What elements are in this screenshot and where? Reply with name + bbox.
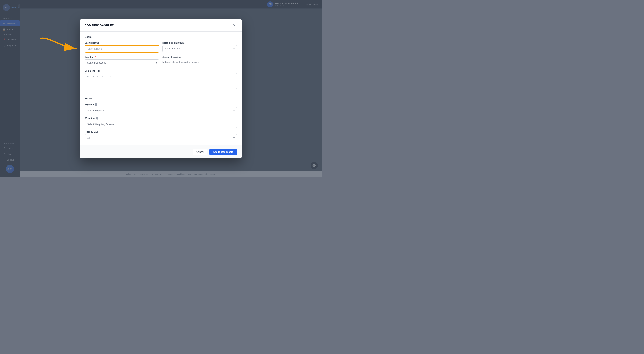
segment-info-icon[interactable]: i bbox=[94, 103, 97, 106]
modal-title: ADD NEW DASHLET bbox=[85, 24, 114, 27]
filters-section: Filters Segment i Select Segment bbox=[85, 93, 237, 141]
question-select[interactable]: Search Questions bbox=[85, 59, 159, 66]
section-filters-label: Filters bbox=[85, 97, 237, 100]
comment-text-label: Comment Text bbox=[85, 70, 237, 72]
answer-grouping-group: Answer Grouping Not available for the se… bbox=[162, 56, 237, 66]
modal-body: Basic Dashlet Name Default Insight Count… bbox=[80, 31, 242, 145]
form-grid-top: Dashlet Name Default Insight Count Show … bbox=[85, 42, 237, 89]
add-dashlet-modal: ADD NEW DASHLET × Basic Dashlet Name Def… bbox=[80, 19, 242, 159]
cancel-button[interactable]: Cancel bbox=[193, 149, 208, 155]
filter-by-date-select-wrapper: All bbox=[85, 134, 237, 141]
segment-select-wrapper: Select Segment bbox=[85, 107, 237, 114]
modal-overlay: ADD NEW DASHLET × Basic Dashlet Name Def… bbox=[0, 0, 322, 177]
dashlet-name-group: Dashlet Name bbox=[85, 42, 159, 53]
filter-by-date-select[interactable]: All bbox=[85, 134, 237, 141]
modal-close-button[interactable]: × bbox=[232, 23, 237, 28]
default-insight-count-select-wrapper: Show 5 Insights bbox=[162, 45, 237, 52]
question-select-wrapper: Search Questions bbox=[85, 59, 159, 66]
modal-footer: Cancel Add to Dashboard bbox=[80, 145, 242, 159]
add-to-dashboard-button[interactable]: Add to Dashboard bbox=[210, 149, 237, 155]
segment-label: Segment i bbox=[85, 103, 237, 106]
default-insight-count-group: Default Insight Count Show 5 Insights bbox=[162, 42, 237, 53]
filter-by-date-label: Filter by Date bbox=[85, 131, 237, 133]
weight-by-label: Weight by i bbox=[85, 117, 237, 120]
required-star: * bbox=[95, 56, 96, 58]
dashlet-name-input[interactable] bbox=[85, 45, 159, 53]
dashlet-name-label: Dashlet Name bbox=[85, 42, 159, 44]
answer-grouping-text: Not available for the selected question bbox=[162, 59, 237, 63]
question-group: Question * Search Questions bbox=[85, 56, 159, 66]
weight-by-group: Weight by i Select Weighting Scheme bbox=[85, 117, 237, 128]
default-insight-count-label: Default Insight Count bbox=[162, 42, 237, 44]
arrow-annotation bbox=[36, 34, 80, 55]
section-basic-label: Basic bbox=[85, 35, 237, 38]
comment-text-group: Comment Text bbox=[85, 70, 237, 89]
segment-select[interactable]: Select Segment bbox=[85, 107, 237, 114]
weight-by-select[interactable]: Select Weighting Scheme bbox=[85, 121, 237, 128]
weight-by-select-wrapper: Select Weighting Scheme bbox=[85, 121, 237, 128]
comment-text-textarea[interactable] bbox=[85, 73, 237, 89]
modal-container: ADD NEW DASHLET × Basic Dashlet Name Def… bbox=[80, 19, 242, 159]
answer-grouping-label: Answer Grouping bbox=[162, 56, 237, 58]
filter-by-date-group: Filter by Date All bbox=[85, 131, 237, 141]
default-insight-count-select[interactable]: Show 5 Insights bbox=[162, 45, 237, 52]
modal-header: ADD NEW DASHLET × bbox=[80, 19, 242, 31]
weight-by-info-icon[interactable]: i bbox=[96, 117, 98, 120]
segment-group: Segment i Select Segment bbox=[85, 103, 237, 114]
question-label: Question * bbox=[85, 56, 159, 58]
